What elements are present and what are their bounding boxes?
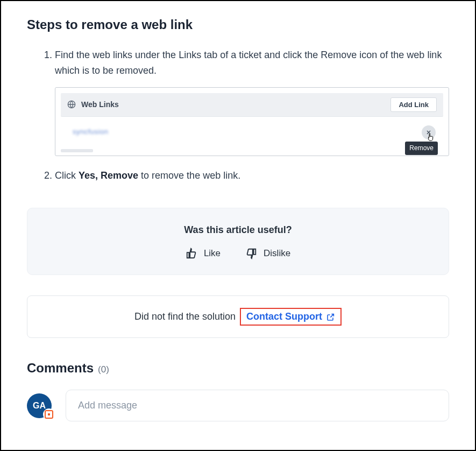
comment-input-row: GA Add message (27, 390, 449, 421)
screenshot-link-row: syncfusion Remove (61, 120, 443, 146)
comments-heading: Comments (0) (27, 361, 449, 376)
comments-title: Comments (27, 361, 94, 376)
external-link-icon (326, 313, 335, 321)
steps-list: Find the web links under the Links tab o… (27, 47, 449, 183)
avatar-badge-icon (45, 410, 53, 419)
step-2-strong: Yes, Remove (79, 170, 138, 181)
screenshot-header: Web Links Add Link (61, 93, 443, 117)
globe-icon (67, 100, 76, 109)
step-1-text: Find the web links under the Links tab o… (55, 50, 442, 76)
feedback-panel: Was this article useful? Like Dislike (27, 208, 449, 275)
thumbs-down-icon (245, 248, 257, 259)
step-2: Click Yes, Remove to remove the web link… (55, 168, 449, 184)
feedback-actions: Like Dislike (38, 248, 438, 259)
step-2-pre: Click (55, 170, 79, 181)
remove-tooltip: Remove (405, 142, 438, 155)
avatar-badge (43, 408, 55, 420)
step-2-post: to remove the web link. (138, 170, 240, 181)
remove-icon-area: Remove (422, 125, 436, 139)
scrollbar-indicator (61, 149, 93, 152)
page-title: Steps to remove a web link (27, 17, 449, 32)
screenshot-panel: Web Links Add Link syncfusion (55, 87, 449, 156)
support-prefix: Did not find the solution (134, 311, 236, 322)
thumbs-up-icon (186, 248, 197, 259)
message-input[interactable]: Add message (66, 390, 449, 421)
contact-support-link[interactable]: Contact Support (240, 308, 342, 326)
blurred-link-text: syncfusion (73, 126, 108, 138)
dislike-label: Dislike (264, 248, 290, 259)
feedback-question: Was this article useful? (38, 224, 438, 236)
like-label: Like (204, 248, 221, 259)
dislike-button[interactable]: Dislike (245, 248, 290, 259)
add-link-button[interactable]: Add Link (390, 97, 437, 112)
avatar-wrap: GA (27, 393, 52, 418)
contact-support-label: Contact Support (246, 311, 322, 322)
screenshot-header-left: Web Links (67, 98, 119, 110)
screenshot-section-title: Web Links (81, 98, 119, 110)
step-1: Find the web links under the Links tab o… (55, 47, 449, 156)
support-panel: Did not find the solution Contact Suppor… (27, 295, 449, 338)
comments-count: (0) (98, 364, 109, 375)
like-button[interactable]: Like (186, 248, 221, 259)
